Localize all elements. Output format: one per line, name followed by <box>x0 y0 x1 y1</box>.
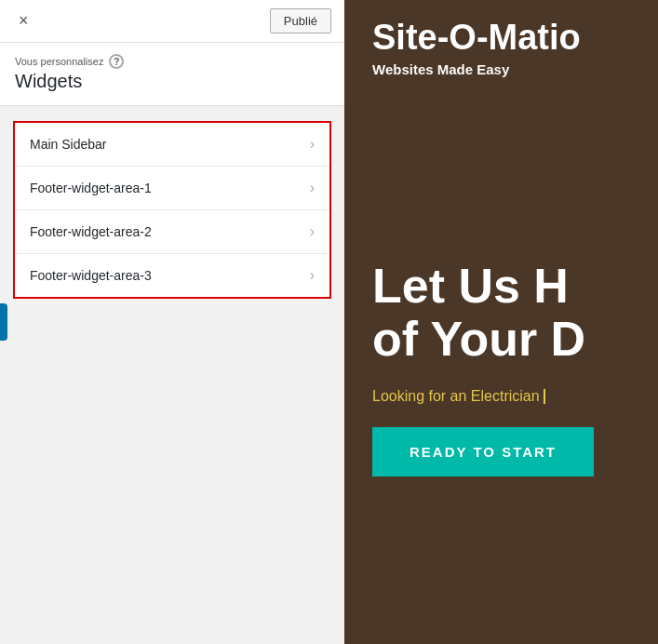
hero-heading-line1: Let Us H <box>372 260 630 313</box>
panel-subtitle-row: Vous personnalisez ? <box>15 54 329 69</box>
site-subtitle: Websites Made Easy <box>372 61 630 77</box>
site-header: Site-O-Matio Websites Made Easy <box>344 0 658 92</box>
widget-item-label: Main Sidebar <box>30 137 107 152</box>
chevron-right-icon: › <box>310 223 315 240</box>
help-icon[interactable]: ? <box>109 54 124 69</box>
chevron-right-icon: › <box>310 267 315 284</box>
widget-item-main-sidebar[interactable]: Main Sidebar › <box>15 123 329 167</box>
publish-button[interactable]: Publié <box>270 8 331 34</box>
top-bar: × Publié <box>0 0 344 43</box>
collapse-panel-button[interactable] <box>0 303 7 341</box>
close-button[interactable]: × <box>13 9 34 33</box>
site-title: Site-O-Matio <box>372 19 630 58</box>
widget-item-label: Footer-widget-area-1 <box>30 181 152 195</box>
chevron-right-icon: › <box>310 180 315 196</box>
cta-button[interactable]: READY TO START <box>372 427 594 476</box>
text-cursor <box>544 389 545 404</box>
panel-header: Vous personnalisez ? Widgets <box>0 43 344 106</box>
right-panel: Site-O-Matio Websites Made Easy Let Us H… <box>344 0 658 644</box>
widget-item-footer-2[interactable]: Footer-widget-area-2 › <box>15 210 329 254</box>
widget-item-footer-3[interactable]: Footer-widget-area-3 › <box>15 254 329 297</box>
hero-subtext: Looking for an Electrician <box>372 388 630 405</box>
hero-heading-line2: of Your D <box>372 313 630 366</box>
widget-item-label: Footer-widget-area-2 <box>30 224 152 239</box>
site-hero: Let Us H of Your D Looking for an Electr… <box>344 92 658 644</box>
widget-item-footer-1[interactable]: Footer-widget-area-1 › <box>15 167 329 210</box>
customizing-label: Vous personnalisez <box>15 56 103 67</box>
panel-title: Widgets <box>15 71 329 92</box>
widget-item-label: Footer-widget-area-3 <box>30 268 152 283</box>
widget-list: Main Sidebar › Footer-widget-area-1 › Fo… <box>13 121 331 299</box>
left-panel: × Publié Vous personnalisez ? Widgets Ma… <box>0 0 344 644</box>
widget-list-container: Main Sidebar › Footer-widget-area-1 › Fo… <box>0 106 344 644</box>
chevron-right-icon: › <box>310 136 315 153</box>
